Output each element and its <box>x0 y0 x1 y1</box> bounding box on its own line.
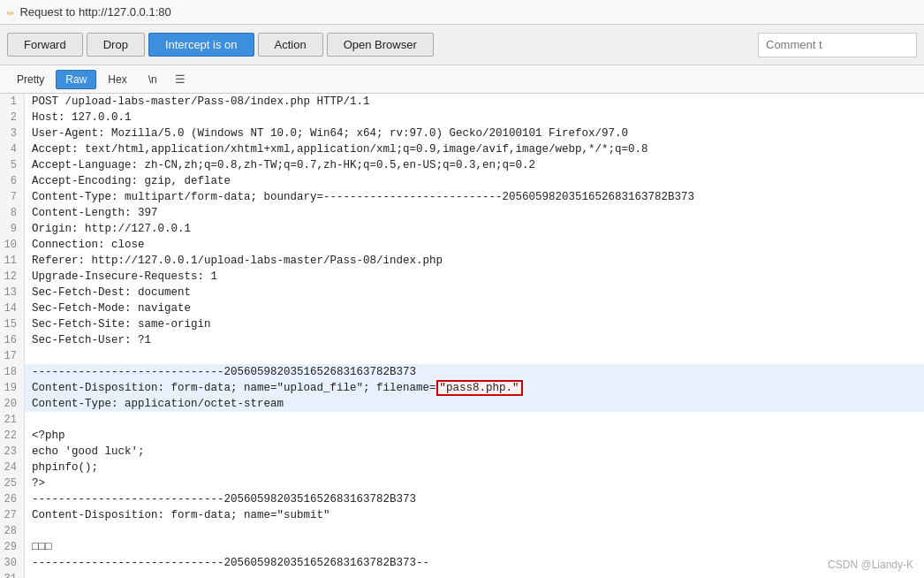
line-text: Referer: http://127.0.0.1/upload-labs-ma… <box>25 253 443 269</box>
line-number: 2 <box>0 110 25 125</box>
line-text: Content-Length: 397 <box>25 205 158 221</box>
line-number: 29 <box>0 539 25 555</box>
line-5: 5Accept-Language: zh-CN,zh;q=0.8,zh-TW;q… <box>0 157 924 173</box>
line-text: User-Agent: Mozilla/5.0 (Windows NT 10.0… <box>25 125 628 141</box>
line-text: -----------------------------20560598203… <box>25 364 416 380</box>
line-number: 3 <box>0 125 25 141</box>
line-30: 30-----------------------------205605982… <box>0 555 924 571</box>
line-number: 30 <box>0 555 25 571</box>
line-text: Sec-Fetch-Site: same-origin <box>25 316 211 332</box>
tab-pretty[interactable]: Pretty <box>7 70 54 89</box>
view-menu-icon[interactable]: ☰ <box>169 69 192 90</box>
line-13: 13Sec-Fetch-Dest: document <box>0 285 924 300</box>
line-3: 3User-Agent: Mozilla/5.0 (Windows NT 10.… <box>0 125 924 141</box>
line-14: 14Sec-Fetch-Mode: navigate <box>0 300 924 316</box>
line-text: -----------------------------20560598203… <box>25 555 429 571</box>
open-browser-button[interactable]: Open Browser <box>327 33 434 57</box>
toolbar: Forward Drop Intercept is on Action Open… <box>0 25 924 65</box>
line-number: 20 <box>0 396 25 412</box>
line-text: Upgrade-Insecure-Requests: 1 <box>25 269 217 285</box>
line-text: Connection: close <box>25 237 145 253</box>
line-17: 17 <box>0 348 924 364</box>
line-number: 25 <box>0 475 25 491</box>
line-text <box>25 523 32 539</box>
line-number: 4 <box>0 141 25 157</box>
line-text: Content-Type: application/octet-stream <box>25 396 284 412</box>
line-16: 16Sec-Fetch-User: ?1 <box>0 332 924 348</box>
line-25: 25?> <box>0 475 924 491</box>
line-10: 10Connection: close <box>0 237 924 253</box>
line-text: echo 'good luck'; <box>25 444 145 460</box>
line-number: 31 <box>0 571 25 578</box>
line-text: Accept-Language: zh-CN,zh;q=0.8,zh-TW;q=… <box>25 157 535 173</box>
line-text: phpinfo(); <box>25 460 98 475</box>
line-text <box>25 571 32 578</box>
line-number: 28 <box>0 523 25 539</box>
line-11: 11Referer: http://127.0.0.1/upload-labs-… <box>0 253 924 269</box>
line-text: Sec-Fetch-User: ?1 <box>25 332 151 348</box>
line-number: 23 <box>0 444 25 460</box>
line-number: 18 <box>0 364 25 380</box>
line-20: 20Content-Type: application/octet-stream <box>0 396 924 412</box>
line-number: 13 <box>0 285 25 300</box>
forward-button[interactable]: Forward <box>7 33 83 57</box>
line-text: Accept: text/html,application/xhtml+xml,… <box>25 141 648 157</box>
line-18: 18-----------------------------205605982… <box>0 364 924 380</box>
line-24: 24phpinfo(); <box>0 460 924 475</box>
line-number: 12 <box>0 269 25 285</box>
line-number: 17 <box>0 348 25 364</box>
line-text: Origin: http://127.0.0.1 <box>25 221 191 237</box>
line-text: <?php <box>25 428 65 444</box>
line-number: 24 <box>0 460 25 475</box>
intercept-button[interactable]: Intercept is on <box>148 33 254 57</box>
line-26: 26-----------------------------205605982… <box>0 491 924 507</box>
line-1: 1POST /upload-labs-master/Pass-08/index.… <box>0 94 924 110</box>
watermark: CSDN @Liandy-K <box>828 559 913 571</box>
line-text: □□□ <box>25 539 52 555</box>
tab-newline[interactable]: \n <box>139 70 167 89</box>
line-2: 2Host: 127.0.0.1 <box>0 110 924 125</box>
line-29: 29□□□ <box>0 539 924 555</box>
line-9: 9Origin: http://127.0.0.1 <box>0 221 924 237</box>
line-number: 1 <box>0 94 25 110</box>
view-tabs: Pretty Raw Hex \n ☰ <box>0 65 924 94</box>
line-number: 6 <box>0 173 25 189</box>
filename-highlight: "pass8.php." <box>436 380 523 396</box>
line-4: 4Accept: text/html,application/xhtml+xml… <box>0 141 924 157</box>
line-number: 5 <box>0 157 25 173</box>
line-7: 7Content-Type: multipart/form-data; boun… <box>0 189 924 205</box>
line-number: 21 <box>0 412 25 428</box>
line-text: ?> <box>25 475 45 491</box>
line-number: 27 <box>0 507 25 523</box>
action-button[interactable]: Action <box>258 33 323 57</box>
line-31: 31 <box>0 571 924 578</box>
line-text: POST /upload-labs-master/Pass-08/index.p… <box>25 94 370 110</box>
line-text: -----------------------------20560598203… <box>25 491 416 507</box>
line-27: 27Content-Disposition: form-data; name="… <box>0 507 924 523</box>
line-text: Sec-Fetch-Dest: document <box>25 285 191 300</box>
tab-raw[interactable]: Raw <box>56 70 96 89</box>
line-number: 19 <box>0 380 25 396</box>
line-23: 23echo 'good luck'; <box>0 444 924 460</box>
line-12: 12Upgrade-Insecure-Requests: 1 <box>0 269 924 285</box>
title-text: Request to http://127.0.0.1:80 <box>19 5 170 19</box>
line-number: 22 <box>0 428 25 444</box>
line-22: 22<?php <box>0 428 924 444</box>
line-19: 19Content-Disposition: form-data; name="… <box>0 380 924 396</box>
line-text: Content-Disposition: form-data; name="su… <box>25 507 330 523</box>
line-text <box>25 348 32 364</box>
request-content: 1POST /upload-labs-master/Pass-08/index.… <box>0 94 924 578</box>
line-21: 21 <box>0 412 924 428</box>
line-text: Content-Disposition: form-data; name="up… <box>25 380 523 396</box>
line-text: Content-Type: multipart/form-data; bound… <box>25 189 694 205</box>
drop-button[interactable]: Drop <box>87 33 145 57</box>
comment-input[interactable] <box>758 33 917 57</box>
line-number: 8 <box>0 205 25 221</box>
line-text <box>25 412 32 428</box>
line-number: 14 <box>0 300 25 316</box>
line-text: Accept-Encoding: gzip, deflate <box>25 173 231 189</box>
line-6: 6Accept-Encoding: gzip, deflate <box>0 173 924 189</box>
tab-hex[interactable]: Hex <box>98 70 136 89</box>
line-15: 15Sec-Fetch-Site: same-origin <box>0 316 924 332</box>
edit-icon: ✏️ <box>7 4 14 19</box>
